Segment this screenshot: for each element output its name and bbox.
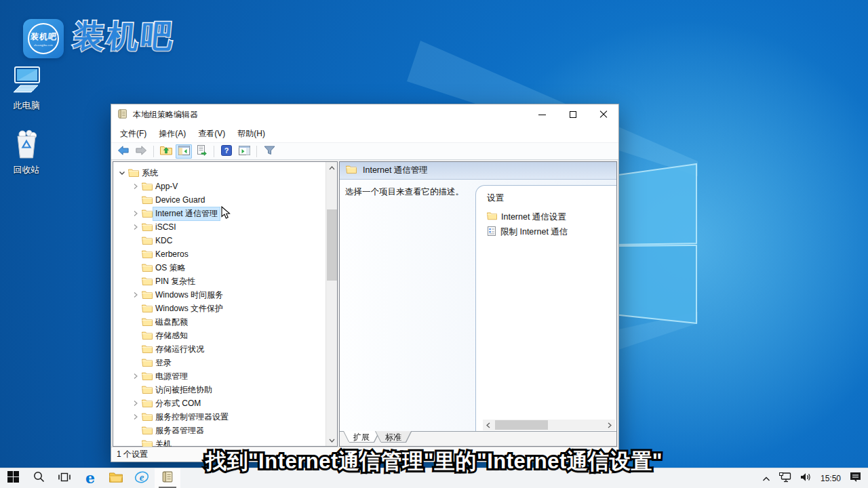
folder-icon [142, 317, 153, 327]
setting-item[interactable]: Internet 通信设置 [487, 209, 616, 224]
taskbar-task-view[interactable] [52, 468, 77, 488]
help-button[interactable]: ? [218, 144, 235, 159]
tree-vertical-scrollbar[interactable] [326, 162, 337, 446]
folder-icon [142, 249, 153, 259]
show-console-tree-icon [178, 146, 190, 157]
forward-icon [135, 145, 147, 158]
toolbar: ? [111, 142, 618, 160]
filter-icon [264, 145, 275, 157]
folder-icon [142, 277, 153, 286]
taskbar-search[interactable] [26, 468, 52, 488]
setting-item-label: Internet 通信设置 [501, 211, 566, 223]
tree-item[interactable]: Kerberos [113, 247, 326, 261]
back-icon [117, 145, 130, 158]
tree-item[interactable]: Windows 时间服务 [113, 288, 326, 302]
show-action-pane-button[interactable] [236, 144, 252, 159]
desktop-icon-this-pc[interactable]: 此电脑 [5, 66, 47, 112]
tab-label: 扩展 [344, 431, 379, 442]
setting-item[interactable]: 限制 Internet 通信 [487, 224, 616, 239]
horizontal-scrollbar[interactable] [483, 420, 615, 430]
tree-item-label: OS 策略 [153, 262, 188, 274]
scroll-up-icon[interactable] [326, 162, 338, 174]
menu-item-1[interactable]: 操作(A) [153, 125, 192, 142]
window-titlebar[interactable]: 本地组策略编辑器 [111, 104, 618, 125]
tree-item[interactable]: 分布式 COM [113, 396, 326, 410]
tree-item[interactable]: Device Guard [113, 193, 326, 207]
tree-spacer [131, 358, 140, 367]
menu-item-2[interactable]: 查看(V) [192, 125, 231, 142]
export-list-button[interactable] [193, 144, 210, 159]
folder-icon [142, 195, 153, 205]
tree-item-label: 磁盘配额 [153, 316, 190, 329]
brand-title: 装机吧 [72, 19, 176, 54]
tree-spacer [131, 344, 140, 354]
brand-badge-label: 装机吧 [30, 31, 58, 43]
tree-item[interactable]: PIN 复杂性 [113, 274, 326, 288]
volume-icon[interactable] [800, 472, 812, 485]
chevron-collapsed-icon[interactable] [131, 399, 140, 408]
tree-spacer [131, 317, 140, 327]
minimize-button[interactable] [527, 104, 557, 125]
chevron-expanded-icon[interactable] [117, 168, 127, 178]
tray-chevron-up-icon[interactable] [762, 472, 770, 485]
show-console-tree-button[interactable] [176, 144, 192, 159]
tree-item[interactable]: iSCSI [113, 220, 326, 234]
export-list-icon [197, 145, 207, 158]
folder-icon [142, 222, 153, 232]
taskbar-internet-explorer[interactable]: e [129, 468, 155, 488]
folder-icon [142, 412, 153, 422]
tree-item[interactable]: 电源管理 [113, 369, 326, 383]
chevron-collapsed-icon[interactable] [131, 222, 140, 232]
chevron-collapsed-icon[interactable] [131, 290, 140, 300]
taskbar-edge[interactable]: e [77, 468, 103, 488]
tree-item[interactable]: 存储感知 [113, 329, 326, 342]
menu-bar: 文件(F)操作(A)查看(V)帮助(H) [111, 125, 618, 142]
tree-item[interactable]: 登录 [113, 356, 326, 369]
up-one-level-icon [160, 145, 172, 157]
tree-scrollbar-thumb[interactable] [327, 209, 337, 281]
chevron-collapsed-icon[interactable] [131, 412, 140, 422]
forward-button[interactable] [133, 144, 149, 159]
filter-button[interactable] [261, 144, 277, 159]
tree-item[interactable]: 系统 [113, 166, 326, 180]
tab-standard[interactable]: 标准 [376, 432, 411, 445]
task-view-icon [58, 472, 71, 485]
chevron-collapsed-icon[interactable] [131, 182, 140, 191]
close-button[interactable] [588, 104, 618, 125]
tree-item[interactable]: 存储运行状况 [113, 342, 326, 356]
setting-item-label: 限制 Internet 通信 [500, 226, 568, 238]
clock[interactable]: 15:50 [821, 474, 841, 483]
taskbar-gpedit[interactable] [155, 468, 180, 488]
hscrollbar-thumb[interactable] [495, 420, 548, 430]
scroll-left-icon[interactable] [483, 420, 494, 430]
network-icon[interactable] [779, 472, 791, 485]
maximize-button[interactable] [557, 104, 588, 125]
settings-list: Internet 通信设置限制 Internet 通信 [487, 209, 616, 239]
up-one-level-button[interactable] [158, 144, 174, 159]
brand-badge: 装机吧 zhuangjiba.com [23, 19, 64, 58]
taskbar-file-explorer[interactable] [103, 468, 129, 488]
action-center-icon[interactable] [850, 472, 861, 485]
chevron-collapsed-icon[interactable] [131, 371, 140, 381]
taskbar-start[interactable] [0, 468, 26, 488]
tree-item[interactable]: 访问被拒绝协助 [113, 383, 326, 396]
tree-item[interactable]: Windows 文件保护 [113, 302, 326, 315]
tree-item-label: App-V [153, 181, 180, 192]
settings-column-title: 设置 [487, 192, 616, 204]
scroll-right-icon[interactable] [604, 420, 615, 430]
tree-item[interactable]: 磁盘配额 [113, 315, 326, 329]
back-button[interactable] [115, 144, 132, 159]
scroll-down-icon[interactable] [326, 434, 338, 446]
tree-item[interactable]: KDC [113, 234, 326, 247]
tab-extended[interactable]: 扩展 [344, 432, 379, 445]
tree-item[interactable]: App-V [113, 180, 326, 193]
desktop-icon-recycle-bin[interactable]: 回收站 [5, 129, 47, 176]
menu-item-0[interactable]: 文件(F) [114, 125, 153, 142]
tree-item[interactable]: 服务控制管理器设置 [113, 410, 326, 424]
details-header-title: Internet 通信管理 [363, 165, 428, 176]
tree-item[interactable]: OS 策略 [113, 261, 326, 274]
tree-item[interactable]: Internet 通信管理 [113, 207, 326, 220]
tree-item[interactable]: 服务器管理器 [113, 424, 326, 437]
menu-item-3[interactable]: 帮助(H) [231, 125, 271, 142]
chevron-collapsed-icon[interactable] [131, 209, 140, 218]
